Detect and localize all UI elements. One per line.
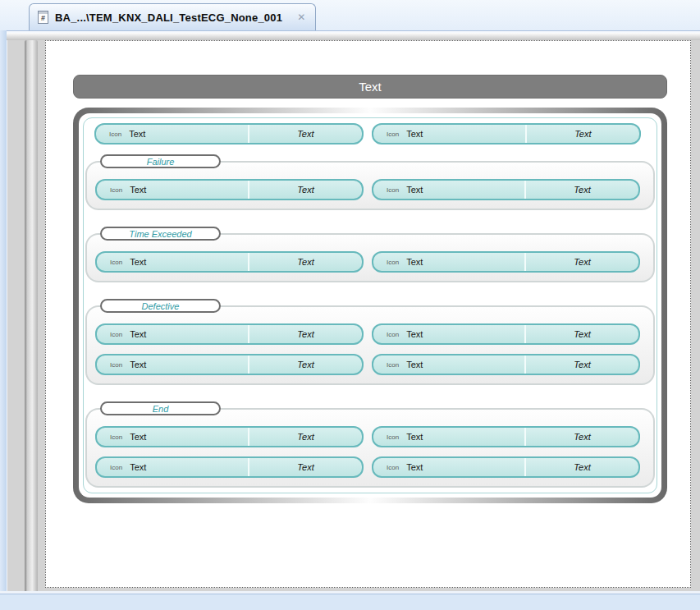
- group-label[interactable]: Failure: [100, 154, 221, 168]
- pill-name-text: Text: [129, 129, 145, 139]
- group-label[interactable]: Defective: [100, 299, 221, 313]
- pill-left-section: Icon Text: [96, 125, 248, 143]
- pill-value-text: Text: [526, 181, 638, 199]
- document-tab[interactable]: # BA_...\TEM_KNX_DALI_TestECG_None_001 ✕: [29, 3, 316, 30]
- pill-value-text: Text: [527, 125, 639, 143]
- icon-placeholder-label: Icon: [387, 433, 399, 441]
- dali-item-pill[interactable]: Icon Text Text: [95, 354, 364, 375]
- pill-row: Icon Text Text Icon Text: [95, 354, 640, 375]
- top-inset-band: [7, 33, 700, 40]
- pill-name-text: Text: [130, 432, 146, 442]
- dali-item-pill[interactable]: Icon Text Text: [372, 456, 640, 478]
- pill-value-text: Text: [249, 458, 362, 476]
- pill-value-text: Text: [249, 355, 362, 374]
- pill-value-text: Text: [526, 325, 638, 343]
- dali-item-pill[interactable]: Icon Text Text: [95, 426, 364, 447]
- pill-row: Icon Text Text Icon Text: [95, 323, 640, 345]
- pill-name-text: Text: [406, 462, 423, 472]
- pill-left-section: Icon Text: [97, 355, 248, 374]
- dali-item-pill[interactable]: Icon Text Text: [95, 179, 364, 200]
- pill-value-text: Text: [249, 181, 362, 199]
- pill-value-text: Text: [249, 428, 362, 446]
- pill-name-text: Text: [406, 129, 423, 139]
- pill-left-section: Icon Text: [373, 355, 524, 374]
- icon-placeholder-label: Icon: [110, 464, 122, 471]
- splitter-bar[interactable]: [25, 40, 38, 593]
- group-box[interactable]: Icon Text Text Icon Text: [85, 305, 655, 385]
- icon-placeholder-label: Icon: [387, 131, 399, 138]
- main-container-widget[interactable]: Icon Text Text Icon Text: [73, 108, 667, 503]
- design-canvas[interactable]: Text Icon Text Text: [45, 40, 691, 588]
- dali-item-pill[interactable]: Icon Text Text: [372, 251, 640, 273]
- dali-item-pill[interactable]: Icon Text Text: [372, 179, 640, 200]
- pill-value-text: Text: [526, 253, 638, 271]
- pill-value-text: Text: [249, 325, 362, 343]
- dali-item-pill[interactable]: Icon Text Text: [95, 323, 364, 345]
- header-text-widget[interactable]: Text: [73, 75, 667, 99]
- pill-left-section: Icon Text: [97, 428, 248, 446]
- application-window: # BA_...\TEM_KNX_DALI_TestECG_None_001 ✕…: [0, 0, 700, 610]
- tab-title: BA_...\TEM_KNX_DALI_TestECG_None_001: [55, 11, 282, 24]
- group-failure: Failure Icon Text Text: [85, 154, 655, 210]
- pill-left-section: Icon Text: [373, 181, 524, 199]
- hash-glyph: #: [41, 15, 45, 22]
- icon-placeholder-label: Icon: [109, 131, 121, 138]
- icon-placeholder-label: Icon: [387, 259, 399, 266]
- window-frame-bottom: [0, 594, 700, 610]
- dali-item-pill[interactable]: Icon Text Text: [372, 426, 640, 447]
- pill-value-text: Text: [249, 125, 362, 143]
- group-time-exceeded: Time Exceeded Icon Text Text: [85, 227, 655, 282]
- pill-left-section: Icon Text: [97, 253, 248, 271]
- pill-row: Icon Text Text Icon Text: [94, 123, 641, 144]
- pill-row: Icon Text Text Icon Text: [95, 456, 640, 478]
- group-label[interactable]: End: [100, 401, 221, 415]
- dali-item-pill[interactable]: Icon Text Text: [95, 456, 364, 478]
- icon-placeholder-label: Icon: [387, 186, 399, 194]
- pill-name-text: Text: [406, 329, 423, 339]
- pill-row: Icon Text Text Icon Text: [95, 426, 640, 447]
- group-defective: Defective Icon Text Text: [85, 299, 655, 385]
- group-box[interactable]: Icon Text Text Icon Text: [85, 233, 655, 282]
- icon-placeholder-label: Icon: [110, 361, 122, 369]
- pill-name-text: Text: [406, 185, 423, 195]
- pill-name-text: Text: [406, 257, 423, 267]
- pill-left-section: Icon Text: [373, 428, 524, 446]
- dali-item-pill[interactable]: Icon Text Text: [372, 123, 641, 144]
- pill-name-text: Text: [406, 432, 423, 442]
- pill-value-text: Text: [526, 458, 638, 476]
- pill-name-text: Text: [130, 185, 146, 195]
- icon-placeholder-label: Icon: [110, 433, 122, 441]
- pill-left-section: Icon Text: [373, 253, 524, 271]
- pill-name-text: Text: [406, 360, 423, 369]
- pill-value-text: Text: [526, 355, 638, 374]
- icon-placeholder-label: Icon: [110, 331, 122, 338]
- pill-left-section: Icon Text: [97, 458, 248, 476]
- icon-placeholder-label: Icon: [387, 331, 399, 338]
- pill-value-text: Text: [249, 253, 362, 271]
- pill-name-text: Text: [130, 360, 146, 369]
- pill-value-text: Text: [526, 428, 638, 446]
- icon-placeholder-label: Icon: [387, 464, 399, 471]
- pill-name-text: Text: [130, 257, 146, 267]
- close-icon[interactable]: ✕: [297, 12, 305, 22]
- icon-placeholder-label: Icon: [110, 186, 122, 194]
- pill-row: Icon Text Text Icon Text: [95, 251, 640, 273]
- content-area: Icon Text Text Icon Text: [83, 117, 657, 493]
- group-end: End Icon Text Text: [85, 401, 655, 488]
- icon-placeholder-label: Icon: [387, 361, 399, 369]
- pill-left-section: Icon Text: [373, 125, 525, 143]
- pill-name-text: Text: [130, 462, 146, 472]
- group-box[interactable]: Icon Text Text Icon Text: [85, 161, 655, 210]
- dali-item-pill[interactable]: Icon Text Text: [372, 323, 640, 345]
- icon-placeholder-label: Icon: [110, 259, 122, 266]
- pill-left-section: Icon Text: [97, 325, 248, 343]
- pill-left-section: Icon Text: [373, 325, 524, 343]
- dali-item-pill[interactable]: Icon Text Text: [94, 123, 364, 144]
- window-frame-left: [0, 30, 7, 610]
- pill-name-text: Text: [130, 329, 146, 339]
- group-box[interactable]: Icon Text Text Icon Text: [85, 408, 655, 488]
- pill-left-section: Icon Text: [373, 458, 524, 476]
- dali-item-pill[interactable]: Icon Text Text: [95, 251, 364, 273]
- dali-item-pill[interactable]: Icon Text Text: [372, 354, 640, 375]
- group-label[interactable]: Time Exceeded: [100, 227, 221, 241]
